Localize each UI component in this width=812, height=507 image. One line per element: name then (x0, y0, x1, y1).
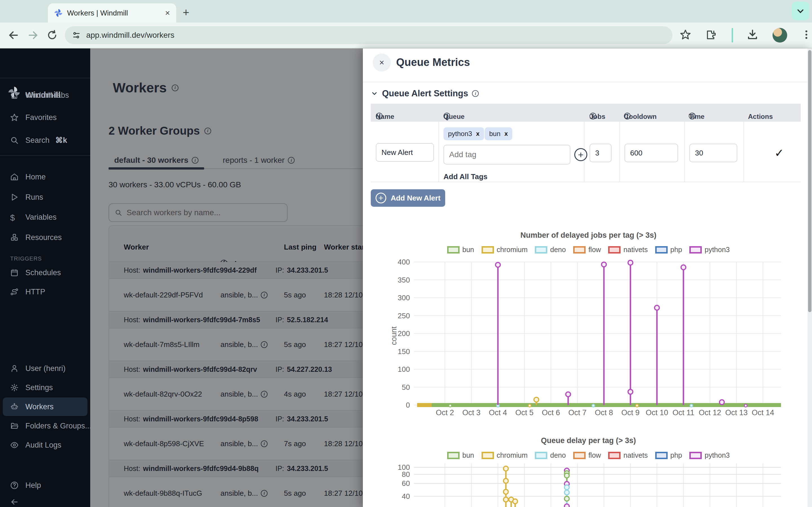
sidebar-item-label: Variables (26, 213, 57, 222)
confirm-alert-button[interactable]: ✓ (774, 147, 784, 159)
legend-nativets[interactable]: nativets (608, 451, 648, 459)
sidebar-item-runs[interactable]: Runs (0, 188, 90, 206)
sidebar-item-workers[interactable]: Workers (0, 398, 90, 416)
sidebar-item-workspace[interactable]: windmill-labs (0, 86, 90, 104)
sidebar-divider (0, 155, 90, 156)
jobs-input[interactable] (590, 144, 612, 162)
alert-table-row: python3x bunx + Add All Tags ✓ (371, 122, 801, 182)
svg-text:0: 0 (406, 401, 410, 409)
add-all-tags-link[interactable]: Add All Tags (444, 172, 488, 181)
new-tab-button[interactable]: + (183, 6, 189, 19)
svg-text:150: 150 (398, 347, 410, 356)
close-button[interactable]: × (373, 54, 391, 71)
drawer-backdrop-overlay[interactable] (90, 48, 363, 507)
legend-chromium[interactable]: chromium (481, 245, 528, 254)
sidebar-item-label: windmill-labs (26, 91, 69, 100)
tag-pill-python3: python3x (444, 127, 484, 140)
svg-text:Oct 2: Oct 2 (436, 408, 454, 417)
add-tag-input[interactable] (444, 145, 570, 165)
legend-php[interactable]: php (655, 451, 682, 459)
remove-tag-button[interactable]: x (504, 130, 508, 137)
legend-nativets[interactable]: nativets (608, 245, 648, 254)
svg-text:Oct 6: Oct 6 (542, 408, 560, 417)
dollar-icon: $ (10, 213, 18, 221)
sidebar-collapse-button[interactable] (0, 493, 90, 507)
route-icon (10, 288, 18, 296)
back-button[interactable] (4, 30, 23, 41)
svg-text:Oct 13: Oct 13 (725, 408, 748, 417)
svg-text:350: 350 (398, 276, 410, 284)
sidebar-item-folders-groups[interactable]: Folders & Groups... (0, 417, 90, 435)
tab-strip-chevron-button[interactable] (792, 2, 809, 20)
cooldown-input[interactable] (624, 144, 678, 162)
svg-text:60: 60 (402, 479, 410, 488)
sidebar-item-http[interactable]: HTTP (0, 283, 90, 301)
sidebar-item-help[interactable]: Help (0, 476, 90, 494)
legend-bun[interactable]: bun (447, 451, 474, 459)
browser-tab[interactable]: Workers | Windmill × (48, 3, 176, 22)
arrow-left-icon (10, 498, 18, 506)
alert-name-input[interactable] (376, 143, 434, 162)
forward-button[interactable] (23, 30, 43, 41)
bookmark-star-button[interactable] (680, 29, 691, 41)
svg-text:80: 80 (402, 470, 410, 478)
sidebar-item-label: Help (26, 481, 41, 490)
sidebar-item-label: Runs (26, 193, 43, 202)
address-bar[interactable]: app.windmill.dev/workers (65, 26, 672, 44)
legend-bun[interactable]: bun (447, 245, 474, 254)
legend-php[interactable]: php (655, 245, 682, 254)
tab-close-button[interactable]: × (165, 9, 170, 17)
extensions-icon[interactable] (705, 29, 717, 42)
svg-text:400: 400 (398, 258, 410, 266)
sidebar-item-label: Schedules (26, 269, 61, 277)
legend-python3[interactable]: python3 (689, 451, 730, 459)
time-input[interactable] (689, 144, 737, 162)
queue-alert-settings-header[interactable]: Queue Alert Settings i (371, 89, 479, 99)
svg-text:50: 50 (402, 383, 410, 392)
legend-flow[interactable]: flow (573, 451, 601, 459)
legend-deno[interactable]: deno (535, 245, 566, 254)
legend-flow[interactable]: flow (573, 245, 601, 254)
svg-text:Oct 5: Oct 5 (515, 408, 534, 417)
delayed-jobs-chart: 050100150200250300350400Oct 2Oct 3Oct 4O… (392, 257, 786, 421)
cubes-icon (10, 233, 18, 242)
browser-toolbar: app.windmill.dev/workers (0, 22, 812, 48)
sidebar-item-favorites[interactable]: Favorites (0, 108, 90, 126)
svg-text:Oct 7: Oct 7 (568, 408, 587, 417)
svg-text:Oct 4: Oct 4 (489, 408, 507, 417)
sidebar-item-user[interactable]: User (henri) (0, 359, 90, 378)
remove-tag-button[interactable]: x (476, 130, 479, 137)
gear-icon (10, 383, 18, 392)
close-icon: × (379, 58, 384, 67)
legend-python3[interactable]: python3 (689, 245, 730, 254)
folder-icon (10, 421, 18, 430)
sidebar-item-audit-logs[interactable]: Audit Logs (0, 436, 90, 454)
drawer-title: Queue Metrics (396, 56, 470, 68)
legend-chromium[interactable]: chromium (481, 451, 528, 459)
svg-text:100: 100 (398, 365, 410, 374)
sidebar-item-settings[interactable]: Settings (0, 379, 90, 397)
svg-text:40: 40 (402, 492, 410, 501)
calendar-icon (10, 269, 18, 277)
queue-metrics-drawer: × Queue Metrics Queue Alert Settings i N… (363, 48, 812, 507)
download-icon[interactable] (747, 29, 758, 42)
chart2-title: Queue delay per tag (> 3s) (391, 436, 786, 445)
building-icon (10, 91, 18, 100)
plus-icon: + (375, 193, 386, 203)
legend-deno[interactable]: deno (535, 451, 566, 459)
menu-kebab-button[interactable] (801, 29, 812, 41)
sidebar-item-variables[interactable]: $ Variables (0, 208, 90, 226)
add-tag-plus-button[interactable]: + (574, 148, 587, 161)
reload-button[interactable] (43, 30, 62, 41)
sidebar-item-resources[interactable]: Resources (0, 228, 90, 246)
sidebar-item-label: Resources (26, 233, 62, 242)
add-new-alert-button[interactable]: + Add New Alert (371, 189, 445, 207)
sidebar-item-schedules[interactable]: Schedules (0, 264, 90, 282)
sidebar-item-label: Folders & Groups... (26, 421, 91, 431)
sidebar-item-label: Search (26, 136, 50, 145)
scrollbar-thumb[interactable] (808, 50, 811, 312)
avatar[interactable] (772, 28, 787, 43)
sidebar-item-search[interactable]: Search ⌘k (0, 131, 90, 149)
sidebar-item-label: HTTP (26, 288, 45, 296)
sidebar-item-home[interactable]: Home (0, 168, 90, 186)
